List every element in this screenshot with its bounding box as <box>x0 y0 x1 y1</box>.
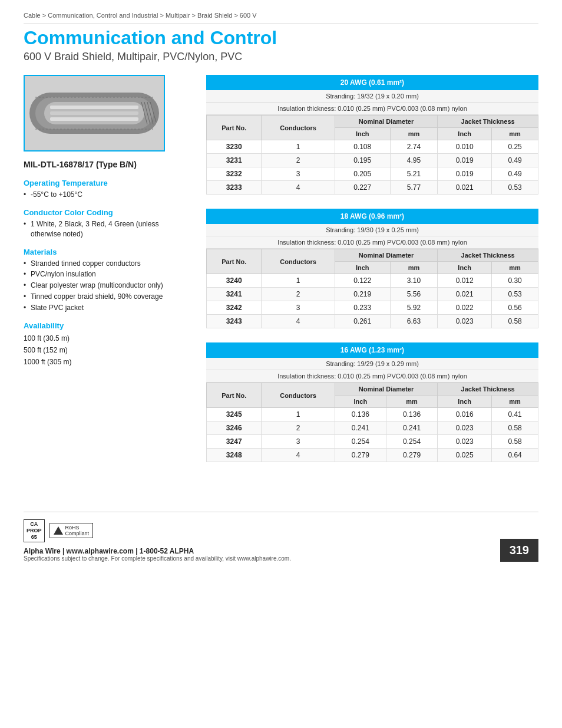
col-mm-2: mm <box>492 396 538 408</box>
conductor-color-section: Conductor Color Coding 1 White, 2 Black,… <box>24 208 189 239</box>
table-16awg-insulation: Insulation thickness: 0.010 (0.25 mm) PV… <box>206 370 538 383</box>
col-inch-1: Inch <box>335 396 386 408</box>
table-18awg-header: 18 AWG (0.96 mm²) <box>206 209 538 224</box>
page-title: Communication and Control <box>24 28 538 48</box>
col-inch-1: Inch <box>335 262 390 274</box>
table-18awg-stranding: Stranding: 19/30 (19 x 0.25 mm) <box>206 224 538 236</box>
table-row: 323010.1082.740.0100.25 <box>207 140 538 154</box>
col-mm-1: mm <box>390 128 438 140</box>
page-number: 319 <box>500 539 538 562</box>
table-18awg-data: Part No. Conductors Nominal Diameter Jac… <box>206 249 538 328</box>
table-row: 324120.2195.560.0210.53 <box>207 288 538 301</box>
table-row: 324340.2616.630.0230.58 <box>207 315 538 328</box>
col-conductors: Conductors <box>262 249 335 274</box>
list-item: 1 White, 2 Black, 3 Red, 4 Green (unless… <box>24 219 189 239</box>
col-jacket-thick: Jacket Thickness <box>438 249 538 262</box>
col-mm-2: mm <box>492 128 538 140</box>
table-row: 324010.1223.100.0120.30 <box>207 274 538 288</box>
footer-spec-note: Specifications subject to change. For co… <box>24 555 291 562</box>
availability-title: Availability <box>24 321 189 330</box>
list-item: Stranded tinned copper conductors <box>24 259 189 269</box>
svg-rect-4 <box>50 111 138 115</box>
materials-list: Stranded tinned copper conductors PVC/ny… <box>24 259 189 313</box>
col-inch-2: Inch <box>438 396 492 408</box>
svg-rect-5 <box>50 117 138 121</box>
col-mm-2: mm <box>492 262 538 274</box>
col-conductors: Conductors <box>262 116 335 140</box>
operating-temp-title: Operating Temperature <box>24 179 189 187</box>
col-inch-2: Inch <box>438 262 492 274</box>
table-row: 324620.2410.2410.0230.58 <box>207 421 538 435</box>
product-image <box>24 75 165 151</box>
col-inch-2: Inch <box>438 128 492 140</box>
col-conductors: Conductors <box>262 383 335 408</box>
table-row: 323340.2275.770.0210.53 <box>207 181 538 195</box>
table-20awg-data: Part No. Conductors Nominal Diameter Jac… <box>206 115 538 195</box>
conductor-color-title: Conductor Color Coding <box>24 208 189 217</box>
right-column: 20 AWG (0.61 mm²) Stranding: 19/32 (19 x… <box>206 75 538 476</box>
ca-prop-badge: CAPROP65 <box>24 519 45 542</box>
col-mm-1: mm <box>390 262 438 274</box>
table-18awg-insulation: Insulation thickness: 0.010 (0.25 mm) PV… <box>206 236 538 249</box>
table-row: 323230.2055.210.0190.49 <box>207 167 538 181</box>
list-item: Slate PVC jacket <box>24 303 189 313</box>
table-16awg-stranding: Stranding: 19/29 (19 x 0.29 mm) <box>206 358 538 370</box>
list-item: Tinned copper braid shield, 90% coverage <box>24 292 189 302</box>
table-20awg-stranding: Stranding: 19/32 (19 x 0.20 mm) <box>206 90 538 103</box>
col-nominal-diam: Nominal Diameter <box>335 383 438 396</box>
table-16awg-header: 16 AWG (1.23 mm²) <box>206 342 538 358</box>
table-row: 324510.1360.1360.0160.41 <box>207 408 538 421</box>
materials-title: Materials <box>24 248 189 256</box>
table-row: 324730.2540.2540.0230.58 <box>207 435 538 449</box>
operating-temp-section: Operating Temperature -55°C to +105°C <box>24 179 189 200</box>
footer-company: Alpha Wire | www.alphawire.com | 1-800-5… <box>24 547 291 555</box>
table-16awg: 16 AWG (1.23 mm²) Stranding: 19/29 (19 x… <box>206 342 538 462</box>
table-20awg-insulation: Insulation thickness: 0.010 (0.25 mm) PV… <box>206 103 538 115</box>
footer-contact: Alpha Wire | www.alphawire.com | 1-800-5… <box>24 547 291 562</box>
col-jacket-thick: Jacket Thickness <box>438 383 538 396</box>
model-label: MIL-DTL-16878/17 (Type B/N) <box>24 160 189 169</box>
rohs-label: RoHSCompliant <box>65 525 90 536</box>
col-inch-1: Inch <box>335 128 390 140</box>
breadcrumb: Cable > Communication, Control and Indus… <box>24 12 538 24</box>
col-partno: Part No. <box>207 383 262 408</box>
footer: CAPROP65 RoHSCompliant Alpha Wire | www.… <box>24 512 538 561</box>
left-column: MIL-DTL-16878/17 (Type B/N) Operating Te… <box>24 75 189 476</box>
availability-line-1: 100 ft (30.5 m) <box>24 332 189 344</box>
col-partno: Part No. <box>207 249 262 274</box>
conductor-color-list: 1 White, 2 Black, 3 Red, 4 Green (unless… <box>24 219 189 239</box>
availability-line-2: 500 ft (152 m) <box>24 344 189 356</box>
table-18awg: 18 AWG (0.96 mm²) Stranding: 19/30 (19 x… <box>206 209 538 328</box>
table-20awg: 20 AWG (0.61 mm²) Stranding: 19/32 (19 x… <box>206 75 538 195</box>
col-nominal-diam: Nominal Diameter <box>335 116 438 128</box>
table-row: 323120.1954.950.0190.49 <box>207 154 538 167</box>
table-20awg-header: 20 AWG (0.61 mm²) <box>206 75 538 90</box>
rohs-triangle-icon <box>54 526 63 535</box>
svg-rect-3 <box>50 106 138 109</box>
table-16awg-data: Part No. Conductors Nominal Diameter Jac… <box>206 383 538 462</box>
availability-line-3: 1000 ft (305 m) <box>24 356 189 368</box>
page-subtitle: 600 V Braid Shield, Multipair, PVC/Nylon… <box>24 51 538 63</box>
col-jacket-thick: Jacket Thickness <box>438 116 538 128</box>
rohs-badge: RoHSCompliant <box>49 523 94 538</box>
col-partno: Part No. <box>207 116 262 140</box>
list-item: Clear polyester wrap (multiconductor onl… <box>24 281 189 291</box>
operating-temp-list: -55°C to +105°C <box>24 190 189 200</box>
col-nominal-diam: Nominal Diameter <box>335 249 438 262</box>
col-mm-1: mm <box>386 396 438 408</box>
list-item: -55°C to +105°C <box>24 190 189 200</box>
availability-section: Availability 100 ft (30.5 m) 500 ft (152… <box>24 321 189 368</box>
materials-section: Materials Stranded tinned copper conduct… <box>24 248 189 313</box>
table-row: 324840.2790.2790.0250.64 <box>207 449 538 462</box>
table-row: 324230.2335.920.0220.56 <box>207 301 538 315</box>
list-item: PVC/nylon insulation <box>24 269 189 279</box>
